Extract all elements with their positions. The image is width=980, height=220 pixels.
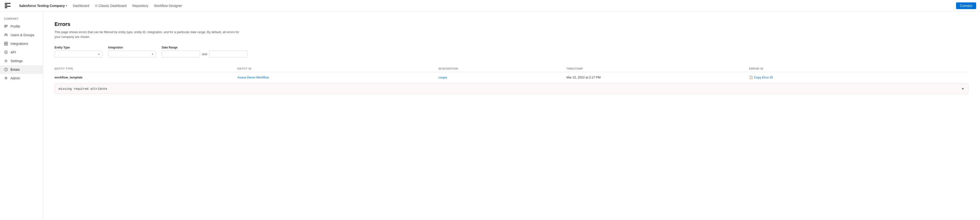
- copy-error-id-button[interactable]: 📋 Copy Error ID: [749, 75, 773, 79]
- svg-rect-1: [5, 4, 7, 5]
- svg-rect-12: [6, 44, 8, 45]
- integration-filter: Integration: [108, 46, 156, 58]
- nav-link-classic-dashboard[interactable]: ⊙ Classic Dashboard: [95, 3, 127, 9]
- sidebar-item-settings[interactable]: Settings: [0, 56, 43, 65]
- error-detail-content: missing required attribute ▼: [54, 84, 969, 94]
- svg-rect-2: [5, 6, 11, 7]
- nav-link-repository[interactable]: Repository: [132, 3, 148, 9]
- expand-icon[interactable]: ▼: [961, 87, 964, 91]
- cell-error-id: 📋 Copy Error ID: [749, 72, 969, 83]
- page-description: This page shows errors that can be filte…: [54, 30, 246, 39]
- svg-rect-3: [5, 7, 7, 8]
- sidebar-label-api: API: [11, 50, 16, 54]
- integration-select-wrapper: [108, 51, 156, 58]
- settings-icon: [4, 59, 8, 63]
- svg-point-14: [5, 61, 7, 62]
- classic-dashboard-icon: ⊙: [95, 4, 98, 8]
- connect-button[interactable]: Connect: [956, 2, 976, 9]
- date-range-label: Date Range: [162, 46, 247, 49]
- sidebar-item-profile[interactable]: Profile: [0, 22, 43, 31]
- entity-id-link[interactable]: Asana Demo Workflow: [237, 75, 269, 79]
- svg-rect-5: [4, 26, 8, 26]
- api-icon: [4, 50, 8, 55]
- filters-row: Entity Type Integration Date Range: [54, 46, 969, 58]
- page-layout: COMPANY Profile User: [0, 11, 980, 220]
- col-header-integration: INTEGRATION: [438, 65, 566, 72]
- sidebar-label-settings: Settings: [11, 59, 23, 63]
- svg-rect-6: [4, 27, 6, 27]
- topnav: Salesforce Testing Company ▾ Dashboard ⊙…: [0, 0, 980, 11]
- svg-rect-4: [4, 25, 8, 26]
- sidebar-label-admin: Admin: [11, 76, 20, 80]
- svg-point-7: [5, 34, 6, 35]
- nav-link-dashboard[interactable]: Dashboard: [73, 3, 89, 9]
- table-row: workflow_template Asana Demo Workflow co…: [54, 72, 969, 83]
- entity-type-select[interactable]: [54, 51, 102, 58]
- topnav-links: Dashboard ⊙ Classic Dashboard Repository…: [73, 3, 950, 9]
- main-content: Errors This page shows errors that can b…: [43, 11, 980, 220]
- svg-rect-10: [6, 42, 8, 43]
- profile-icon: [4, 24, 8, 29]
- cell-integration: coupa: [438, 72, 566, 83]
- entity-type-select-wrapper: [54, 51, 102, 58]
- nav-link-workflow-designer[interactable]: Workflow Designer: [154, 3, 182, 9]
- entity-type-filter: Entity Type: [54, 46, 102, 58]
- svg-point-16: [6, 70, 6, 71]
- app-logo: [4, 2, 11, 10]
- sidebar-item-errors[interactable]: Errors: [0, 65, 43, 74]
- date-from-input[interactable]: [162, 51, 200, 58]
- page-title: Errors: [54, 21, 969, 27]
- svg-rect-9: [4, 42, 6, 43]
- cell-entity-id: Asana Demo Workflow: [237, 72, 438, 83]
- integration-select[interactable]: [108, 51, 156, 58]
- sidebar-section-label: COMPANY: [0, 17, 43, 22]
- sidebar-label-profile: Profile: [11, 24, 20, 28]
- integrations-icon: [4, 42, 8, 46]
- admin-icon: [4, 76, 8, 80]
- date-range-filter: Date Range and: [162, 46, 247, 58]
- sidebar: COMPANY Profile User: [0, 11, 43, 220]
- entity-type-label: Entity Type: [54, 46, 102, 49]
- cell-entity-type: workflow_template: [54, 72, 237, 83]
- col-header-entity-id: ENTITY ID: [237, 65, 438, 72]
- sidebar-label-integrations: Integrations: [11, 42, 28, 46]
- integration-label: Integration: [108, 46, 156, 49]
- col-header-timestamp: TIMESTAMP: [566, 65, 749, 72]
- table-body: workflow_template Asana Demo Workflow co…: [54, 72, 969, 95]
- svg-rect-0: [5, 3, 11, 4]
- company-selector[interactable]: Salesforce Testing Company ▾: [19, 4, 67, 8]
- svg-rect-11: [4, 44, 6, 45]
- sidebar-item-admin[interactable]: Admin: [0, 74, 43, 82]
- error-detail-cell: missing required attribute ▼: [54, 83, 969, 95]
- sidebar-item-integrations[interactable]: Integrations: [0, 39, 43, 48]
- sidebar-item-api[interactable]: API: [0, 48, 43, 56]
- date-range-and: and: [202, 52, 207, 56]
- sidebar-label-users-groups: Users & Groups: [11, 33, 35, 37]
- error-message: missing required attribute: [59, 87, 107, 91]
- errors-icon: [4, 67, 8, 72]
- col-header-entity-type: ENTITY TYPE: [54, 65, 237, 72]
- svg-point-8: [6, 34, 7, 35]
- chevron-down-icon: ▾: [66, 4, 67, 7]
- cell-timestamp: Mar 22, 2022 at 2:17 PM: [566, 72, 749, 83]
- errors-table: ENTITY TYPE ENTITY ID INTEGRATION TIMEST…: [54, 65, 969, 95]
- integration-link[interactable]: coupa: [438, 75, 447, 79]
- error-detail-row: missing required attribute ▼: [54, 83, 969, 95]
- sidebar-item-users-groups[interactable]: Users & Groups: [0, 31, 43, 39]
- col-header-error-id: ERROR ID: [749, 65, 969, 72]
- copy-icon: 📋: [749, 75, 753, 79]
- date-to-input[interactable]: [209, 51, 247, 58]
- date-range-inputs: and: [162, 51, 247, 58]
- sidebar-label-errors: Errors: [11, 67, 20, 72]
- users-icon: [4, 33, 8, 37]
- topnav-right: Connect: [956, 2, 976, 9]
- table-header: ENTITY TYPE ENTITY ID INTEGRATION TIMEST…: [54, 65, 969, 72]
